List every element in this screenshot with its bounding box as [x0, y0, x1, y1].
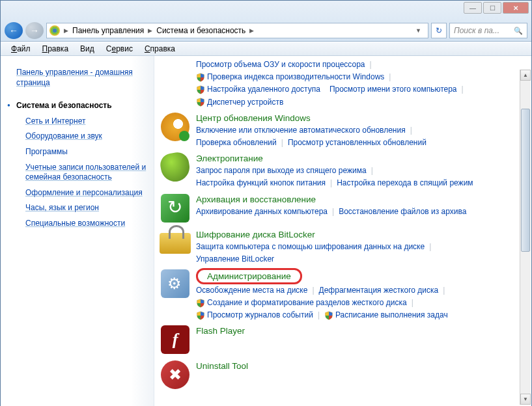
chevron-right-icon[interactable]: ▶ [147, 27, 154, 34]
link-task-scheduler[interactable]: Расписание выполнения задач [335, 309, 448, 321]
menu-edit[interactable]: Правка [37, 43, 74, 55]
link-ram-cpu[interactable]: Просмотр объема ОЗУ и скорости процессор… [196, 59, 365, 71]
menu-view[interactable]: Вид [75, 43, 100, 55]
link-remote-access[interactable]: Настройка удаленного доступа [207, 83, 320, 96]
link-check-updates[interactable]: Проверка обновлений [196, 137, 277, 149]
shield-icon [196, 299, 205, 308]
nav-bar: ← → ▶ Панель управления ▶ Система и безо… [1, 20, 531, 41]
back-button[interactable]: ← [5, 22, 23, 39]
scroll-thumb[interactable] [521, 109, 530, 252]
link-backup-data[interactable]: Архивирование данных компьютера [196, 206, 328, 218]
backup-icon [161, 194, 189, 223]
section-bitlocker[interactable]: Шифрование диска BitLocker [196, 228, 315, 241]
section-uninstall[interactable]: Uninstall Tool [196, 359, 248, 372]
sidebar-item-programs[interactable]: Программы [25, 144, 148, 160]
section-power[interactable]: Электропитание [196, 152, 263, 165]
menu-bar: Фdocument.currentScript.previousElementS… [1, 42, 531, 56]
link-sleep-settings[interactable]: Настройка перехода в спящий режим [337, 177, 473, 189]
link-bitlocker-protect[interactable]: Защита компьютера с помощью шифрования д… [196, 241, 425, 253]
link-performance-index[interactable]: Проверка индекса производительности Wind… [207, 71, 384, 83]
bitlocker-icon [160, 233, 191, 254]
breadcrumb-seg-root[interactable]: Панель управления [70, 26, 147, 35]
menu-help[interactable]: Справка [139, 43, 180, 55]
windows-update-icon [161, 113, 189, 141]
search-input[interactable]: Поиск в па... [449, 23, 527, 38]
flash-icon: f [161, 325, 189, 354]
link-bitlocker-manage[interactable]: Управление BitLocker [196, 253, 274, 265]
refresh-button[interactable]: ↻ [431, 23, 447, 38]
menu-tools[interactable]: Сервис [101, 43, 138, 55]
link-restore-files[interactable]: Восстановление файлов из архива [339, 206, 466, 218]
uninstall-icon: ✖ [161, 360, 189, 389]
link-password-wake[interactable]: Запрос пароля при выходе из спящего режи… [196, 165, 367, 177]
sidebar-item-accounts[interactable]: Учетные записи пользователей и семейная … [25, 160, 148, 185]
link-partitions[interactable]: Создание и форматирование разделов жестк… [207, 297, 407, 309]
admin-tools-icon [161, 269, 189, 298]
titlebar [1, 1, 531, 20]
sidebar-home[interactable]: Панель управления - домашняя страница [16, 65, 148, 90]
shield-icon [196, 85, 205, 94]
link-device-manager[interactable]: Диспетчер устройств [207, 96, 283, 109]
forward-button[interactable]: → [25, 22, 44, 39]
chevron-right-icon[interactable]: ▶ [248, 27, 255, 34]
link-auto-update[interactable]: Включение или отключение автоматического… [196, 124, 406, 137]
sidebar-item-accessibility[interactable]: Специальные возможности [25, 216, 148, 232]
section-administration[interactable]: Администрирование [196, 268, 302, 284]
scroll-up-button[interactable]: ▲ [520, 70, 531, 81]
link-power-buttons[interactable]: Настройка функций кнопок питания [196, 177, 326, 189]
sidebar-item-clock[interactable]: Часы, язык и регион [25, 200, 148, 216]
power-icon [159, 151, 192, 184]
sidebar-item-network[interactable]: Сеть и Интернет [25, 114, 148, 129]
section-backup[interactable]: Архивация и восстановление [196, 193, 316, 206]
breadcrumb[interactable]: ▶ Панель управления ▶ Система и безопасн… [46, 23, 428, 38]
chevron-right-icon[interactable]: ▶ [63, 27, 70, 34]
sidebar-item-system-security[interactable]: Система и безопасность [16, 98, 148, 114]
scroll-down-button[interactable]: ▼ [520, 394, 531, 405]
section-windows-update[interactable]: Центр обновления Windows [196, 111, 311, 124]
control-panel-window: ← → ▶ Панель управления ▶ Система и безо… [0, 0, 532, 406]
link-installed-updates[interactable]: Просмотр установленных обновлений [288, 137, 427, 149]
shield-icon [196, 98, 205, 107]
shield-icon [196, 73, 205, 82]
shield-icon [196, 311, 205, 320]
section-flash[interactable]: Flash Player [196, 324, 245, 337]
link-defrag[interactable]: Дефрагментация жесткого диска [319, 284, 439, 297]
sidebar-item-appearance[interactable]: Оформление и персонализация [25, 185, 148, 201]
shield-icon [324, 311, 333, 320]
scrollbar[interactable]: ▲ ▼ [520, 70, 531, 405]
control-panel-icon [49, 25, 60, 36]
breadcrumb-seg-current[interactable]: Система и безопасность [154, 26, 248, 35]
sidebar-item-hardware[interactable]: Оборудование и звук [25, 129, 148, 144]
link-computer-name[interactable]: Просмотр имени этого компьютера [329, 83, 457, 96]
maximize-button[interactable] [483, 2, 501, 14]
sidebar: Панель управления - домашняя страница Си… [1, 56, 154, 406]
link-disk-cleanup[interactable]: Освобождение места на диске [196, 284, 307, 297]
menu-file[interactable]: Фdocument.currentScript.previousElementS… [6, 43, 36, 55]
link-event-logs[interactable]: Просмотр журналов событий [207, 309, 313, 321]
main-panel: Просмотр объема ОЗУ и скорости процессор… [154, 56, 531, 406]
minimize-button[interactable] [464, 2, 482, 14]
breadcrumb-dropdown[interactable]: ▼ [412, 27, 425, 34]
close-button[interactable] [503, 2, 529, 14]
